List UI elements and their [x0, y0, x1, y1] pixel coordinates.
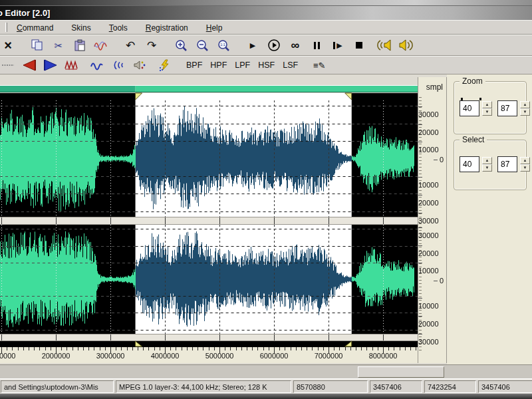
status-panel-1: MPEG 1.0 layer-3: 44,100 kHz; Stereo; 12…: [116, 380, 291, 393]
edit-list-icon[interactable]: ≡✎: [311, 57, 327, 73]
ruler-label: 7000000: [315, 352, 343, 360]
axis-tick-label: 30000: [418, 102, 444, 118]
bpf-filter-button[interactable]: BPF: [185, 60, 203, 70]
zoom-in-icon[interactable]: [173, 37, 189, 53]
speaker-volume-icon[interactable]: [398, 37, 414, 53]
hpf-filter-button[interactable]: HPF: [209, 60, 228, 70]
axis-tick-label: 20000: [418, 312, 444, 328]
hsf-filter-button[interactable]: HSF: [257, 60, 276, 70]
zoom-start-field[interactable]: 40: [460, 100, 479, 116]
spin-down-icon: ▼: [520, 164, 530, 172]
axis-tick-label: 30000: [418, 223, 444, 239]
spin-down-icon: ▼: [482, 164, 492, 172]
axis-tick-label: 20000: [418, 241, 444, 257]
effects-toolbar: BPFHPFLPFHSFLSF ≡✎: [0, 56, 532, 74]
spin-down-icon: ▼: [482, 108, 492, 116]
ruler-label: 5000000: [205, 352, 234, 360]
paste-icon[interactable]: [72, 37, 88, 53]
normalize-icon[interactable]: [64, 57, 80, 73]
zoom-out-icon[interactable]: [194, 37, 210, 53]
redo-icon[interactable]: ↷: [144, 37, 160, 53]
zoom-actual-icon[interactable]: 1:1: [215, 37, 231, 53]
axis-unit-label: smpl: [426, 82, 443, 92]
menu-item-tools[interactable]: Tools: [109, 23, 128, 33]
titlebar-gradient-band: [0, 0, 532, 6]
axis-tick-label: 30000: [418, 209, 444, 225]
fade-blue-icon[interactable]: [43, 57, 59, 73]
scrollbar-thumb[interactable]: [358, 366, 444, 378]
spin-down-icon: ▼: [520, 108, 530, 116]
vibration-icon[interactable]: [110, 57, 126, 73]
silence-icon[interactable]: [0, 57, 16, 73]
main-toolbar: × ✂ ↶ ↷ 1:1 ▶ ∞ ▶: [0, 35, 532, 56]
ruler-label: 2000000: [42, 352, 70, 360]
axis-tick-label: 20000: [418, 191, 444, 207]
spin-up-icon: ▲: [482, 101, 492, 108]
amplitude-axis: smpl 30000200001000001000020000300003000…: [418, 77, 447, 363]
speaker-rewind-icon[interactable]: [376, 37, 392, 53]
toolbar-grip[interactable]: [5, 23, 7, 32]
noise-reduction-icon[interactable]: [89, 57, 105, 73]
lpf-filter-button[interactable]: LPF: [233, 60, 251, 70]
status-panel-2: 8570880: [293, 380, 368, 393]
select-end-spinner[interactable]: ▲▼: [520, 157, 530, 172]
control-panel: Zoom 40 ▲▼ 87 ▲▼ Select 40 ▲▼ 87 ▲▼: [447, 74, 532, 364]
axis-tick-label: 10000: [418, 259, 444, 275]
select-start-field[interactable]: 40: [460, 156, 479, 172]
select-group: Select 40 ▲▼ 87 ▲▼: [454, 140, 527, 190]
cut-icon[interactable]: ✂: [51, 37, 66, 53]
pause-icon[interactable]: [309, 37, 325, 53]
select-end-field[interactable]: 87: [497, 156, 517, 172]
status-panel-0: and Settings\uptodown-3\Mis: [1, 380, 114, 393]
axis-tick-label: 30000: [418, 330, 444, 346]
axis-tick-label: 10000: [418, 173, 444, 189]
window-title: o Editor [2.0]: [0, 8, 50, 18]
status-panel-3: 3457406: [370, 380, 422, 393]
spin-up-icon: ▲: [482, 157, 492, 164]
status-panel-4: 7423254: [424, 380, 476, 393]
axis-tick-label: 20000: [418, 120, 444, 136]
ruler-label: 1000000: [0, 352, 15, 360]
select-group-label: Select: [460, 135, 487, 144]
play-step-icon[interactable]: ▶: [330, 37, 346, 53]
waveform-draw-icon[interactable]: [93, 37, 109, 53]
horizontal-scrollbar[interactable]: [0, 364, 532, 379]
bottom-edge: [0, 394, 532, 399]
menu-item-command[interactable]: Command: [17, 23, 53, 33]
close-icon[interactable]: ×: [0, 37, 16, 53]
axis-tick-label: 10000: [418, 138, 444, 154]
play-icon[interactable]: ▶: [245, 37, 261, 53]
select-start-spinner[interactable]: ▲▼: [482, 157, 492, 172]
menu-item-help[interactable]: Help: [206, 23, 223, 33]
voice-icon[interactable]: [132, 57, 148, 73]
effects-icon[interactable]: [157, 57, 173, 73]
menu-item-skins[interactable]: Skins: [71, 23, 90, 33]
menu-item-registration[interactable]: Registration: [146, 23, 188, 33]
ruler-label: 6000000: [260, 352, 289, 360]
ruler-label: 4000000: [151, 352, 180, 360]
ruler-label: 3000000: [96, 352, 125, 360]
axis-tick-label: 10000: [418, 294, 444, 310]
stop-icon[interactable]: [351, 37, 367, 53]
zoom-group-label: Zoom: [460, 76, 485, 86]
status-bar: and Settings\uptodown-3\MisMPEG 1.0 laye…: [0, 379, 532, 394]
status-panel-5: 3457406: [478, 380, 532, 393]
undo-icon[interactable]: ↶: [122, 37, 138, 53]
axis-tick-label: 0: [434, 156, 444, 164]
loop-icon[interactable]: ∞: [287, 37, 303, 53]
titlebar: o Editor [2.0]: [0, 6, 532, 20]
copy-icon[interactable]: [29, 37, 45, 53]
play-all-icon[interactable]: [266, 37, 282, 53]
axis-tick-label: 0: [434, 277, 444, 285]
zoom-end-field[interactable]: 87: [497, 100, 517, 116]
zoom-start-spinner[interactable]: ▲▼: [482, 101, 492, 116]
spin-up-icon: ▲: [520, 101, 530, 108]
timeline-ruler[interactable]: 1000000200000030000004000000500000060000…: [0, 85, 418, 363]
zoom-group: Zoom 40 ▲▼ 87 ▲▼: [454, 81, 527, 134]
zoom-end-spinner[interactable]: ▲▼: [520, 101, 530, 116]
fade-red-icon[interactable]: [21, 57, 37, 73]
menu-bar: CommandSkinsToolsRegistrationHelp: [0, 20, 532, 35]
ruler-label: 8000000: [369, 352, 398, 360]
lsf-filter-button[interactable]: LSF: [281, 60, 299, 70]
spin-up-icon: ▲: [520, 157, 530, 164]
